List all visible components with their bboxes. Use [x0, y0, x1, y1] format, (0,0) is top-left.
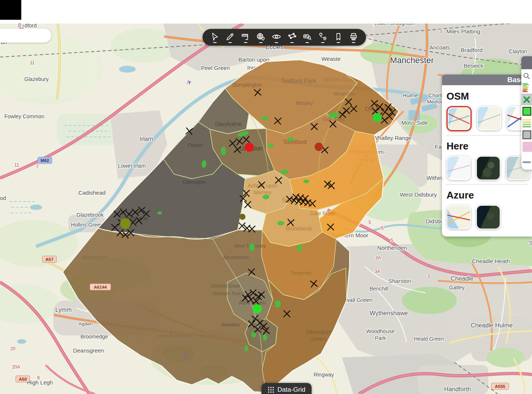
- district-label: Trafford Park: [281, 78, 317, 84]
- dot-marker[interactable]: [245, 143, 254, 152]
- junction-number: 3A: [375, 255, 381, 261]
- select-cursor-tool-button[interactable]: [209, 30, 221, 45]
- map-label: Hulme: [403, 92, 418, 98]
- district-label: Broadheath: [223, 254, 249, 260]
- junction-number: 3: [428, 274, 430, 279]
- map-route-tool-button[interactable]: [286, 30, 298, 45]
- district-label: Dumplington: [233, 82, 263, 88]
- print-tool-button[interactable]: [348, 30, 360, 45]
- search-query-tool-button[interactable]: [301, 30, 314, 45]
- map-label: Whalley Range: [373, 135, 412, 141]
- junction-number: 20: [10, 346, 16, 351]
- basemap-thumb-azure-satellite[interactable]: [476, 205, 500, 229]
- district-label: Dunham Town: [213, 291, 242, 296]
- green-area-marker: [297, 245, 302, 251]
- layer-strip-body: [521, 70, 532, 164]
- green-area-marker: [268, 143, 274, 147]
- layer-strip-header[interactable]: [521, 56, 532, 69]
- green-area-marker: [263, 334, 267, 341]
- map-label: Gatley: [449, 284, 464, 291]
- map-label: Heald Green: [414, 336, 444, 342]
- basemap-thumb-azure-road[interactable]: [446, 205, 471, 229]
- basemap-thumb-row: [446, 156, 527, 180]
- basemap-thumb-row: [446, 205, 527, 229]
- draw-edit-tool-button[interactable]: [224, 30, 236, 45]
- road-ref-text: A57: [45, 257, 53, 262]
- map-label: od: [0, 195, 6, 201]
- data-grid-tab[interactable]: Data-Grid: [261, 383, 312, 394]
- pink-gradient-layer-icon[interactable]: [521, 141, 532, 153]
- green-x-layer-icon[interactable]: [521, 94, 532, 105]
- map-label: Stockport: [529, 240, 532, 246]
- globe-location-tool-button[interactable]: [255, 30, 267, 45]
- green-square-layer-icon[interactable]: [521, 105, 532, 117]
- map-label: Cadishead: [78, 189, 106, 196]
- map-label: Park: [375, 335, 386, 341]
- map-label: Ringway: [314, 372, 334, 378]
- district-label: Timperley: [290, 270, 312, 276]
- map-label: Agden: [78, 321, 93, 327]
- dot-marker[interactable]: [239, 214, 245, 220]
- junction-number: 11: [30, 60, 35, 65]
- top-bar: [0, 0, 532, 24]
- dot-marker[interactable]: [253, 304, 262, 313]
- dot-marker[interactable]: [373, 113, 382, 122]
- map-label: Ancoats: [429, 44, 450, 51]
- road-ref-text: A50: [19, 377, 27, 381]
- basemap-thumb-here-satellite[interactable]: [476, 156, 500, 180]
- basemap-section-title: OSM: [446, 91, 527, 102]
- map-label: Cheadle Heath: [472, 258, 510, 264]
- map-label: Wythenshawe: [370, 310, 408, 316]
- map-label: Weaste: [321, 56, 341, 62]
- district-label: Oldfield Brow: [211, 283, 240, 289]
- map-label: Manchester: [390, 56, 434, 65]
- map-label: Beswick: [464, 63, 483, 69]
- green-area-marker: [244, 345, 248, 351]
- dot-marker[interactable]: [120, 218, 131, 229]
- grid-icon: [268, 386, 274, 393]
- junction-number: 3A: [375, 269, 380, 274]
- road-ref-text: M62: [41, 158, 49, 163]
- measure-tool-button[interactable]: [239, 30, 252, 45]
- map-label: Miles Platting: [446, 28, 480, 35]
- basemap-thumb-here-road[interactable]: [446, 156, 471, 180]
- visibility-eye-tool-button[interactable]: [271, 30, 283, 45]
- map-label: Barton upon: [238, 56, 269, 63]
- gray-square-layer-icon[interactable]: [521, 129, 532, 141]
- map-label: Hollins Green: [71, 222, 103, 228]
- area-legend-icon[interactable]: [521, 117, 532, 129]
- dot-marker[interactable]: [315, 143, 323, 151]
- search-icon[interactable]: [521, 70, 532, 82]
- green-area-marker: [263, 195, 269, 199]
- map-label: Clayton: [509, 48, 527, 54]
- search-pill[interactable]: [0, 29, 51, 43]
- basemap-thumb-osm-grayscale[interactable]: [477, 106, 501, 130]
- bookmark-tool-button[interactable]: [332, 30, 344, 45]
- green-area-marker: [277, 221, 284, 226]
- route-points-tool-button[interactable]: [317, 30, 329, 45]
- junction-number: 5: [381, 226, 384, 231]
- drag-handle-icon[interactable]: [521, 153, 532, 164]
- green-area-marker: [275, 300, 281, 308]
- district-label: Mersey: [254, 189, 271, 195]
- map-label: Glazebury: [24, 76, 49, 82]
- data-grid-label: Data-Grid: [277, 386, 306, 394]
- map-label: Glazebrook: [76, 212, 104, 218]
- graduated-legend-icon[interactable]: [521, 82, 532, 94]
- map-label: Cheadle Hulme: [471, 322, 513, 329]
- map-label: Cheadle: [451, 275, 473, 282]
- green-area-marker: [261, 116, 268, 120]
- basemap-thumb-osm-standard[interactable]: [446, 106, 472, 131]
- district-label: Green: [311, 336, 326, 342]
- green-area-marker: [252, 331, 256, 337]
- district-label: Stretford: [283, 139, 306, 145]
- green-area-marker: [249, 243, 255, 251]
- layer-strip-panel: [521, 56, 532, 170]
- map-toolbar: [203, 29, 366, 46]
- green-area-marker: [157, 211, 162, 214]
- logo-block: [0, 0, 21, 20]
- green-area-marker: [221, 147, 226, 155]
- junction-number: 9: [37, 375, 40, 381]
- map-label: Deansgreen: [73, 347, 104, 354]
- district-label: Davyhulme: [215, 121, 242, 127]
